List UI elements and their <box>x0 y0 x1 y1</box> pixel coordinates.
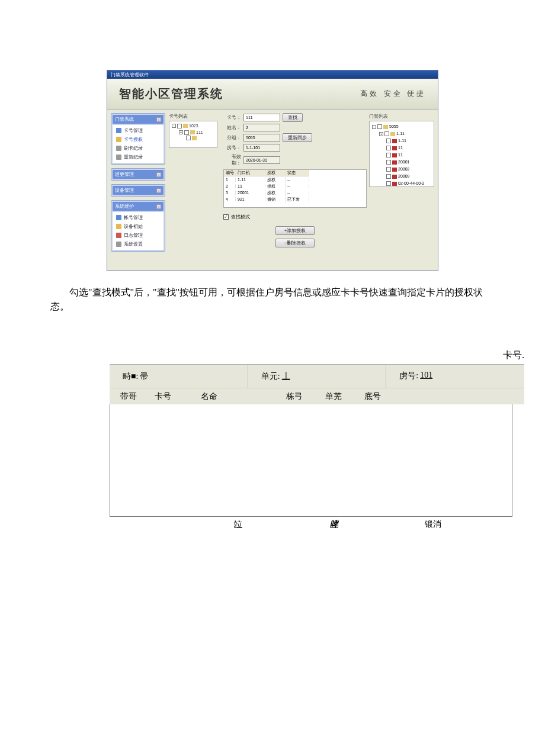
collapse-icon[interactable]: ‹ <box>156 117 161 122</box>
folder-icon <box>192 136 197 140</box>
grid-header: 编号 门口机 授权 状态 <box>224 170 366 176</box>
checkbox-icon[interactable] <box>386 146 391 150</box>
form-area: 卡号： 查找 姓名： 分组： 重新同步 房号： <box>220 113 367 267</box>
log-icon <box>116 146 121 151</box>
card-tree-col: 卡号列表 -1023 +111 <box>169 113 217 267</box>
panel-head-label: 设备管理 <box>115 187 134 194</box>
checkbox-icon[interactable] <box>386 181 391 186</box>
valid-label: 有效期： <box>223 153 241 166</box>
scope-label: 分组： <box>223 134 241 141</box>
app-screenshot: 门禁系统管理软件 智能小区管理系统 高效 安全 便捷 门禁系统 ‹ 卡号管理 卡… <box>107 70 438 271</box>
settings-icon <box>116 242 121 247</box>
panel-head-label: 门禁系统 <box>115 116 134 123</box>
window-titlebar: 门禁系统管理软件 <box>107 70 438 79</box>
card-icon <box>392 182 397 186</box>
expand-icon[interactable]: + <box>379 132 383 136</box>
sidebar-item-card-auth[interactable]: 卡号授权 <box>113 135 164 144</box>
dialog-footer: 竝 啤 锻消 <box>110 517 524 530</box>
building-label: 畤■: <box>123 371 138 382</box>
sidebar-item-logs[interactable]: 日志管理 <box>113 231 164 240</box>
panel-head-label: 巡更管理 <box>115 171 134 178</box>
expand-icon[interactable]: - <box>372 125 376 129</box>
sidebar-panel-patrol[interactable]: 巡更管理 ‹ <box>111 168 165 181</box>
card-icon <box>392 153 397 157</box>
expand-icon[interactable]: + <box>179 130 183 134</box>
hdr-door: 门口机 <box>236 170 265 176</box>
checkbox-icon[interactable] <box>386 139 391 143</box>
main-area: 卡号列表 -1023 +111 卡号： 查找 姓名： <box>169 110 438 271</box>
search-dialog: 卡号. 畤■: 帚 单元: 丄 虏号: 101 带哥 卡号 名命 栋弓 单芜 底… <box>110 349 524 530</box>
door-tree[interactable]: -5055 +1-11 1-11 11 11 20001 20002 20009… <box>369 121 434 187</box>
sidebar-panel-access: 门禁系统 ‹ 卡号管理 卡号授权 刷卡纪录 重新纪录 <box>111 113 165 165</box>
room-value: 101 <box>420 371 432 380</box>
add-auth-button[interactable]: +添加授权 <box>275 226 315 235</box>
footer-confirm-button[interactable]: 啤 <box>330 519 338 530</box>
unit-label: 单元: <box>261 371 280 382</box>
cardno-input[interactable] <box>243 114 280 121</box>
dialog-columns: 带哥 卡号 名命 栋弓 单芜 底号 <box>110 388 524 404</box>
window-title: 门禁系统管理软件 <box>111 72 149 78</box>
hdr-auth: 授权 <box>265 170 286 176</box>
sidebar-panel-device[interactable]: 设备管理 ‹ <box>111 184 165 197</box>
collapse-icon[interactable]: ‹ <box>156 204 161 209</box>
sidebar-item-swipe-log[interactable]: 刷卡纪录 <box>113 144 164 153</box>
search-mode-checkbox[interactable]: ✓ <box>223 214 229 220</box>
col-room: 底号 <box>358 391 397 402</box>
checkbox-icon[interactable] <box>386 167 391 172</box>
room-segment: 虏号: 101 <box>386 365 524 388</box>
card-icon <box>392 175 397 179</box>
logs-icon <box>116 233 121 238</box>
auth-icon <box>116 137 121 142</box>
auth-grid: 编号 门口机 授权 状态 11-11授权-- 211授权-- 320001授权-… <box>223 169 367 208</box>
grid-row: 320001授权-- <box>224 189 366 196</box>
sidebar-item-relog[interactable]: 重新纪录 <box>113 153 164 162</box>
checkbox-icon[interactable] <box>386 160 391 165</box>
cardno-label-top: 卡号. <box>110 349 524 362</box>
checkbox-icon[interactable] <box>386 174 391 179</box>
checkbox-icon[interactable] <box>377 124 382 129</box>
col-unit: 单芜 <box>319 391 358 402</box>
hdr-stat: 状态 <box>286 170 309 176</box>
checkbox-icon[interactable] <box>384 131 389 136</box>
card-tree[interactable]: -1023 +111 <box>169 121 217 148</box>
dialog-results-area[interactable] <box>110 404 512 517</box>
sidebar-item-settings[interactable]: 系统设置 <box>113 240 164 249</box>
grid-row: 11-11授权-- <box>224 176 366 183</box>
name-input <box>243 124 280 131</box>
col-building: 栋弓 <box>280 391 319 402</box>
cardno-label: 卡号： <box>223 114 241 121</box>
user-icon <box>116 215 121 220</box>
refresh-button[interactable]: 重新同步 <box>283 133 312 142</box>
unit-segment: 单元: 丄 <box>248 365 387 388</box>
grid-row: 4921撤销已下发 <box>224 196 366 202</box>
sidebar-item-init[interactable]: 设备初始 <box>113 222 164 231</box>
folder-icon <box>190 130 195 134</box>
checkbox-icon[interactable] <box>186 136 191 140</box>
sidebar-item-account[interactable]: 帐号管理 <box>113 213 164 222</box>
room-label: 虏号: <box>399 371 418 381</box>
sidebar-item-card-mgmt[interactable]: 卡号管理 <box>113 126 164 135</box>
name-label: 姓名： <box>223 124 241 131</box>
banner-tagline: 高效 安全 便捷 <box>360 89 426 99</box>
sidebar-panel-system: 系统维护 ‹ 帐号管理 设备初始 日志管理 系统设置 <box>111 200 165 252</box>
relog-icon <box>116 155 121 160</box>
checkbox-icon[interactable] <box>177 124 182 128</box>
collapse-icon[interactable]: ‹ <box>156 188 161 193</box>
init-icon <box>116 224 121 229</box>
footer-cancel-button[interactable]: 锻消 <box>425 519 441 530</box>
card-icon <box>392 139 397 143</box>
checkbox-icon[interactable] <box>386 153 391 157</box>
search-mode-label: 查找模式 <box>231 214 250 220</box>
hdr-id: 编号 <box>224 170 236 176</box>
checkbox-icon[interactable] <box>184 130 189 135</box>
collapse-icon[interactable]: ‹ <box>156 172 161 177</box>
grid-row: 211授权-- <box>224 183 366 189</box>
col-name: 名命 <box>195 391 280 402</box>
grid-body[interactable]: 11-11授权-- 211授权-- 320001授权-- 4921撤销已下发 <box>224 176 366 207</box>
footer-query-button[interactable]: 竝 <box>234 519 242 530</box>
del-auth-button[interactable]: −删除授权 <box>275 239 315 247</box>
banner-title: 智能小区管理系统 <box>119 86 223 102</box>
find-button[interactable]: 查找 <box>283 113 303 122</box>
card-icon <box>116 128 121 133</box>
expand-icon[interactable]: - <box>172 124 176 128</box>
